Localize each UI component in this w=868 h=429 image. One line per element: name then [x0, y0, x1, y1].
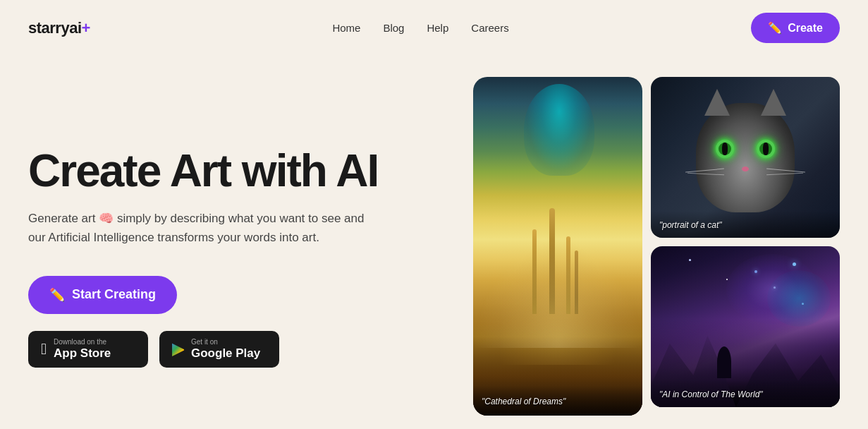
create-button[interactable]: ✏️ Create: [751, 13, 840, 43]
app-store-small-label: Download on the: [54, 338, 106, 346]
nav-help[interactable]: Help: [427, 22, 448, 34]
nav-blog[interactable]: Blog: [383, 22, 404, 34]
app-store-text: Download on the App Store: [54, 338, 111, 361]
nav-home[interactable]: Home: [332, 22, 360, 34]
google-play-name: Google Play: [191, 346, 260, 361]
main-nav: Home Blog Help Careers: [332, 22, 508, 34]
cat-image: "portrait of a cat": [651, 77, 840, 238]
cathedral-caption-overlay: "Cathedral of Dreams": [473, 386, 642, 416]
apple-icon: : [41, 340, 47, 358]
hero-headline: Create Art with AI: [28, 147, 445, 195]
pencil-icon: ✏️: [768, 21, 782, 35]
logo-accent: ai: [69, 19, 81, 37]
google-play-text: Get it on Google Play: [191, 338, 260, 361]
image-grid: "portrait of a cat": [651, 77, 840, 407]
space-caption: "AI in Control of The World": [659, 389, 763, 399]
app-store-button[interactable]:  Download on the App Store: [28, 331, 148, 368]
create-label: Create: [788, 22, 823, 35]
space-image: "AI in Control of The World": [651, 246, 840, 407]
play-icon: ▶: [172, 340, 184, 358]
cathedral-image: "Cathedral of Dreams": [473, 77, 642, 416]
hero-content: Create Art with AI Generate art 🧠 simply…: [28, 70, 445, 429]
space-caption-overlay: "AI in Control of The World": [651, 380, 840, 407]
start-label: Start Creating: [72, 287, 156, 302]
logo-text: starry: [28, 19, 69, 37]
start-creating-button[interactable]: ✏️ Start Creating: [28, 276, 177, 314]
nav-careers[interactable]: Careers: [471, 22, 508, 34]
app-store-name: App Store: [54, 346, 111, 361]
cat-caption-overlay: "portrait of a cat": [651, 211, 840, 238]
store-buttons-group:  Download on the App Store ▶ Get it on …: [28, 331, 445, 368]
cat-caption: "portrait of a cat": [659, 220, 722, 230]
gallery: "Cathedral of Dreams": [473, 70, 840, 429]
cathedral-caption: "Cathedral of Dreams": [482, 397, 566, 406]
logo[interactable]: starryai+: [28, 19, 90, 37]
google-play-button[interactable]: ▶ Get it on Google Play: [159, 331, 279, 368]
pencil-icon-2: ✏️: [49, 287, 65, 303]
hero-subheadline: Generate art 🧠 simply by describing what…: [28, 209, 367, 247]
google-play-small-label: Get it on: [191, 338, 218, 346]
